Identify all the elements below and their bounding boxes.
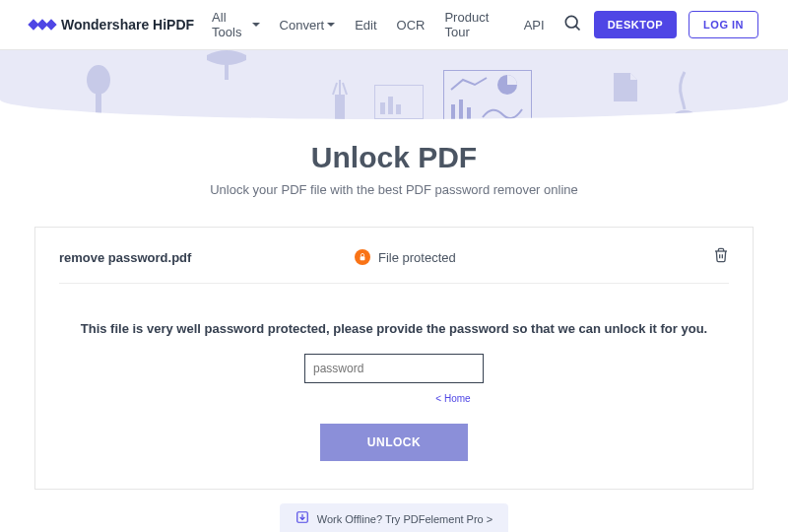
svg-point-18 [675,110,694,118]
nav-all-tools[interactable]: All Tools [212,10,260,39]
page-title: Unlock PDF [0,141,788,174]
home-link-row: < Home [59,393,729,404]
logo-icon [30,21,55,29]
svg-rect-5 [335,95,345,119]
svg-line-1 [575,26,579,30]
svg-rect-10 [380,102,385,114]
svg-rect-16 [459,100,463,119]
svg-point-0 [565,16,577,28]
svg-point-3 [87,65,110,95]
file-status: File protected [355,249,713,265]
instruction-text: This file is very well password protecte… [59,321,729,336]
unlock-card: remove password.pdf File protected This … [34,227,754,490]
svg-rect-12 [396,104,401,114]
password-row [59,354,729,383]
svg-line-7 [333,83,337,95]
password-input[interactable] [304,354,484,383]
search-icon[interactable] [562,13,582,36]
nav-edit[interactable]: Edit [355,18,376,33]
file-row: remove password.pdf File protected [59,247,729,284]
brand-logo[interactable]: Wondershare HiPDF [30,17,194,33]
svg-rect-4 [225,60,229,80]
header-actions: DESKTOP LOG IN [562,11,758,38]
file-name: remove password.pdf [59,250,355,265]
svg-rect-19 [361,256,365,260]
nav-ocr[interactable]: OCR [397,18,426,33]
footer: Work Offline? Try PDFelement Pro > [0,503,788,532]
chevron-down-icon [327,23,335,27]
page-subtitle: Unlock your PDF file with the best PDF p… [0,182,788,197]
offline-banner[interactable]: Work Offline? Try PDFelement Pro > [280,503,508,532]
main-nav: All Tools Convert Edit OCR Product Tour … [212,10,545,39]
file-status-text: File protected [378,250,456,265]
page-title-section: Unlock PDF [0,141,788,174]
login-button[interactable]: LOG IN [689,11,758,38]
chevron-down-icon [252,23,260,27]
nav-convert[interactable]: Convert [280,18,336,33]
brand-name: Wondershare HiPDF [61,17,194,33]
header: Wondershare HiPDF All Tools Convert Edit… [0,0,788,50]
svg-rect-11 [388,97,393,114]
home-link[interactable]: < Home [435,393,470,404]
nav-product-tour[interactable]: Product Tour [444,10,503,39]
unlock-button[interactable]: UNLOCK [320,424,468,461]
desktop-button[interactable]: DESKTOP [594,11,677,38]
download-icon [296,510,309,528]
delete-button[interactable] [713,247,729,267]
svg-rect-17 [467,107,471,119]
decorative-banner [0,50,788,119]
lock-icon [355,249,370,265]
svg-rect-15 [451,104,455,119]
nav-api[interactable]: API [524,18,545,33]
unlock-row: UNLOCK [59,424,729,461]
svg-line-8 [343,83,347,95]
offline-text: Work Offline? Try PDFelement Pro > [317,513,492,525]
